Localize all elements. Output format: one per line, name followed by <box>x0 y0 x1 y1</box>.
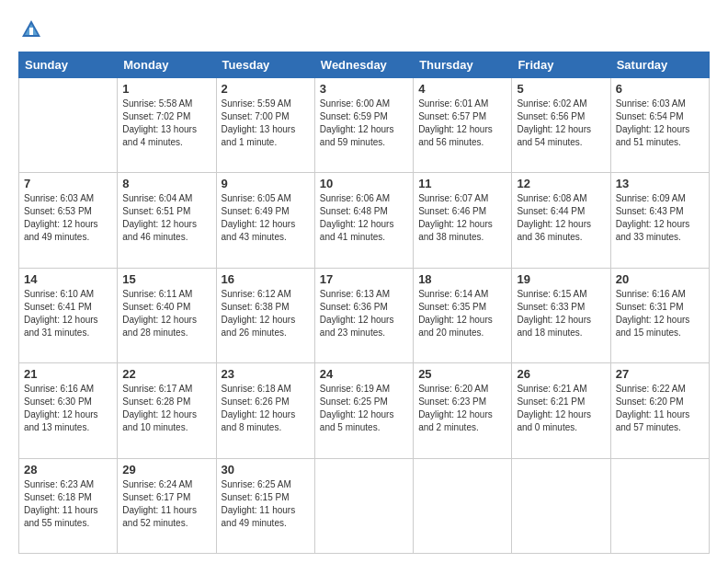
day-number: 9 <box>222 177 310 190</box>
day-info: Sunrise: 6:10 AM Sunset: 6:41 PM Dayligh… <box>24 288 112 339</box>
day-info: Sunrise: 6:21 AM Sunset: 6:21 PM Dayligh… <box>517 383 605 434</box>
day-info: Sunrise: 6:14 AM Sunset: 6:35 PM Dayligh… <box>418 288 506 339</box>
svg-rect-2 <box>29 28 33 35</box>
calendar-cell: 26Sunrise: 6:21 AM Sunset: 6:21 PM Dayli… <box>512 363 610 458</box>
calendar-cell: 12Sunrise: 6:08 AM Sunset: 6:44 PM Dayli… <box>512 173 610 268</box>
day-info: Sunrise: 6:19 AM Sunset: 6:25 PM Dayligh… <box>320 383 408 434</box>
logo <box>18 17 48 42</box>
day-info: Sunrise: 6:02 AM Sunset: 6:56 PM Dayligh… <box>517 98 605 149</box>
day-number: 19 <box>517 272 605 286</box>
calendar-cell: 23Sunrise: 6:18 AM Sunset: 6:26 PM Dayli… <box>216 363 314 458</box>
calendar-cell: 22Sunrise: 6:17 AM Sunset: 6:28 PM Dayli… <box>118 363 216 458</box>
days-of-week-row: SundayMondayTuesdayWednesdayThursdayFrid… <box>19 52 710 78</box>
day-info: Sunrise: 5:59 AM Sunset: 7:00 PM Dayligh… <box>222 98 310 149</box>
day-info: Sunrise: 6:16 AM Sunset: 6:30 PM Dayligh… <box>24 383 112 434</box>
day-info: Sunrise: 6:00 AM Sunset: 6:59 PM Dayligh… <box>320 98 408 149</box>
calendar-cell <box>19 78 118 173</box>
day-number: 30 <box>222 463 310 477</box>
calendar-cell: 9Sunrise: 6:05 AM Sunset: 6:49 PM Daylig… <box>216 173 314 268</box>
day-number: 12 <box>517 177 605 190</box>
calendar-cell: 5Sunrise: 6:02 AM Sunset: 6:56 PM Daylig… <box>512 78 610 173</box>
week-row-2: 7Sunrise: 6:03 AM Sunset: 6:53 PM Daylig… <box>19 173 710 268</box>
day-info: Sunrise: 6:03 AM Sunset: 6:54 PM Dayligh… <box>616 98 704 149</box>
day-number: 6 <box>616 82 704 96</box>
calendar-header: SundayMondayTuesdayWednesdayThursdayFrid… <box>19 52 710 78</box>
calendar-cell: 8Sunrise: 6:04 AM Sunset: 6:51 PM Daylig… <box>118 173 216 268</box>
calendar-cell: 28Sunrise: 6:23 AM Sunset: 6:18 PM Dayli… <box>19 458 118 553</box>
day-number: 24 <box>320 367 408 381</box>
day-info: Sunrise: 6:05 AM Sunset: 6:49 PM Dayligh… <box>222 192 310 244</box>
day-header-tuesday: Tuesday <box>216 52 314 78</box>
day-number: 3 <box>320 82 408 96</box>
day-number: 29 <box>122 463 210 477</box>
day-number: 14 <box>24 272 112 286</box>
day-number: 10 <box>320 177 408 190</box>
calendar-cell: 1Sunrise: 5:58 AM Sunset: 7:02 PM Daylig… <box>118 78 216 173</box>
calendar-cell <box>610 458 709 553</box>
calendar-cell: 3Sunrise: 6:00 AM Sunset: 6:59 PM Daylig… <box>314 78 413 173</box>
calendar-body: 1Sunrise: 5:58 AM Sunset: 7:02 PM Daylig… <box>19 78 710 554</box>
day-number: 13 <box>616 177 704 190</box>
page: SundayMondayTuesdayWednesdayThursdayFrid… <box>0 0 728 563</box>
calendar-cell: 19Sunrise: 6:15 AM Sunset: 6:33 PM Dayli… <box>512 268 610 362</box>
day-header-wednesday: Wednesday <box>314 52 413 78</box>
logo-icon <box>18 17 44 42</box>
week-row-4: 21Sunrise: 6:16 AM Sunset: 6:30 PM Dayli… <box>19 363 710 458</box>
calendar-table: SundayMondayTuesdayWednesdayThursdayFrid… <box>18 52 710 554</box>
day-number: 4 <box>418 82 506 96</box>
day-info: Sunrise: 6:24 AM Sunset: 6:17 PM Dayligh… <box>122 478 210 530</box>
calendar-cell: 13Sunrise: 6:09 AM Sunset: 6:43 PM Dayli… <box>610 173 709 268</box>
day-number: 16 <box>222 272 310 286</box>
calendar-cell: 17Sunrise: 6:13 AM Sunset: 6:36 PM Dayli… <box>314 268 413 362</box>
day-info: Sunrise: 5:58 AM Sunset: 7:02 PM Dayligh… <box>122 98 210 149</box>
day-header-thursday: Thursday <box>414 52 512 78</box>
calendar-cell: 21Sunrise: 6:16 AM Sunset: 6:30 PM Dayli… <box>19 363 118 458</box>
calendar-cell: 29Sunrise: 6:24 AM Sunset: 6:17 PM Dayli… <box>118 458 216 553</box>
day-info: Sunrise: 6:25 AM Sunset: 6:15 PM Dayligh… <box>222 478 310 530</box>
day-header-friday: Friday <box>512 52 610 78</box>
day-number: 26 <box>517 367 605 381</box>
day-info: Sunrise: 6:09 AM Sunset: 6:43 PM Dayligh… <box>616 192 704 244</box>
calendar-cell: 4Sunrise: 6:01 AM Sunset: 6:57 PM Daylig… <box>414 78 512 173</box>
day-number: 1 <box>122 82 210 96</box>
day-info: Sunrise: 6:18 AM Sunset: 6:26 PM Dayligh… <box>222 383 310 434</box>
day-info: Sunrise: 6:07 AM Sunset: 6:46 PM Dayligh… <box>418 192 506 244</box>
calendar-cell: 15Sunrise: 6:11 AM Sunset: 6:40 PM Dayli… <box>118 268 216 362</box>
day-info: Sunrise: 6:06 AM Sunset: 6:48 PM Dayligh… <box>320 192 408 244</box>
day-info: Sunrise: 6:22 AM Sunset: 6:20 PM Dayligh… <box>616 383 704 434</box>
day-number: 17 <box>320 272 408 286</box>
day-info: Sunrise: 6:04 AM Sunset: 6:51 PM Dayligh… <box>122 192 210 244</box>
calendar-cell: 11Sunrise: 6:07 AM Sunset: 6:46 PM Dayli… <box>414 173 512 268</box>
week-row-5: 28Sunrise: 6:23 AM Sunset: 6:18 PM Dayli… <box>19 458 710 553</box>
day-info: Sunrise: 6:16 AM Sunset: 6:31 PM Dayligh… <box>616 288 704 339</box>
calendar-cell: 30Sunrise: 6:25 AM Sunset: 6:15 PM Dayli… <box>216 458 314 553</box>
day-number: 7 <box>24 177 112 190</box>
day-number: 11 <box>418 177 506 190</box>
day-info: Sunrise: 6:17 AM Sunset: 6:28 PM Dayligh… <box>122 383 210 434</box>
day-info: Sunrise: 6:01 AM Sunset: 6:57 PM Dayligh… <box>418 98 506 149</box>
day-info: Sunrise: 6:15 AM Sunset: 6:33 PM Dayligh… <box>517 288 605 339</box>
day-header-sunday: Sunday <box>19 52 118 78</box>
day-number: 2 <box>222 82 310 96</box>
day-info: Sunrise: 6:12 AM Sunset: 6:38 PM Dayligh… <box>222 288 310 339</box>
day-number: 28 <box>24 463 112 477</box>
day-number: 22 <box>122 367 210 381</box>
calendar-cell <box>314 458 413 553</box>
calendar-cell: 18Sunrise: 6:14 AM Sunset: 6:35 PM Dayli… <box>414 268 512 362</box>
day-number: 15 <box>122 272 210 286</box>
header <box>18 17 710 42</box>
day-info: Sunrise: 6:11 AM Sunset: 6:40 PM Dayligh… <box>122 288 210 339</box>
day-info: Sunrise: 6:20 AM Sunset: 6:23 PM Dayligh… <box>418 383 506 434</box>
calendar-cell: 16Sunrise: 6:12 AM Sunset: 6:38 PM Dayli… <box>216 268 314 362</box>
week-row-3: 14Sunrise: 6:10 AM Sunset: 6:41 PM Dayli… <box>19 268 710 362</box>
calendar-cell: 25Sunrise: 6:20 AM Sunset: 6:23 PM Dayli… <box>414 363 512 458</box>
day-info: Sunrise: 6:13 AM Sunset: 6:36 PM Dayligh… <box>320 288 408 339</box>
calendar-cell: 2Sunrise: 5:59 AM Sunset: 7:00 PM Daylig… <box>216 78 314 173</box>
calendar-cell <box>414 458 512 553</box>
calendar-cell: 10Sunrise: 6:06 AM Sunset: 6:48 PM Dayli… <box>314 173 413 268</box>
calendar-cell: 7Sunrise: 6:03 AM Sunset: 6:53 PM Daylig… <box>19 173 118 268</box>
day-number: 20 <box>616 272 704 286</box>
calendar-cell: 14Sunrise: 6:10 AM Sunset: 6:41 PM Dayli… <box>19 268 118 362</box>
day-number: 8 <box>122 177 210 190</box>
calendar-cell: 27Sunrise: 6:22 AM Sunset: 6:20 PM Dayli… <box>610 363 709 458</box>
